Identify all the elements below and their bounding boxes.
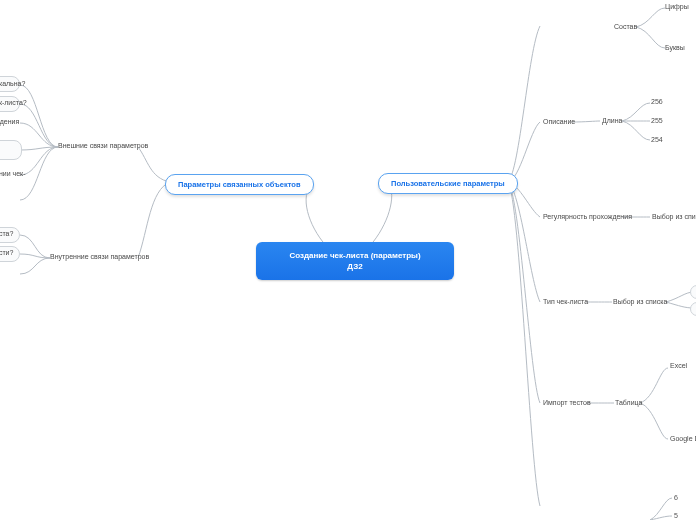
central-node[interactable]: Создание чек-листа (параметры) ДЗ2 xyxy=(256,242,454,280)
node-opisanie[interactable]: Описание xyxy=(543,118,575,125)
leaf-fragment-7: ости? xyxy=(0,249,13,256)
node-254[interactable]: 254 xyxy=(651,136,663,143)
central-title-line1: Создание чек-листа (параметры) xyxy=(270,250,440,261)
node-num-5[interactable]: 5 xyxy=(674,512,678,519)
leaf-fragment-6: иста? xyxy=(0,230,13,237)
node-excel[interactable]: Excel xyxy=(670,362,687,369)
node-user-params[interactable]: Пользовательские параметры xyxy=(378,173,518,194)
central-title-line2: ДЗ2 xyxy=(270,261,440,272)
node-digits[interactable]: Цифры xyxy=(665,3,689,10)
mindmap-canvas: Создание чек-листа (параметры) ДЗ2 Парам… xyxy=(0,0,696,520)
node-google[interactable]: Google D xyxy=(670,435,696,442)
node-internal-links[interactable]: Внутренние связи параметров xyxy=(50,253,149,260)
node-sostav[interactable]: Состав xyxy=(614,23,637,30)
node-tip-cheklista[interactable]: Тип чек-листа xyxy=(543,298,588,305)
node-import-tests[interactable]: Импорт тестов xyxy=(543,399,591,406)
node-256[interactable]: 256 xyxy=(651,98,663,105)
leaf-fragment-3: ждения xyxy=(0,118,19,125)
node-tip-select[interactable]: Выбор из списка xyxy=(613,298,667,305)
node-255[interactable]: 255 xyxy=(651,117,663,124)
leaf-pill-r1 xyxy=(690,285,696,299)
node-regularity-select[interactable]: Выбор из спи xyxy=(652,213,696,220)
leaf-fragment-4: ении чек- xyxy=(0,170,25,177)
leaf-pill-4 xyxy=(0,140,22,160)
node-external-links[interactable]: Внешние связи параметров xyxy=(58,142,148,149)
node-dlina[interactable]: Длина xyxy=(602,117,623,124)
leaf-fragment-1: икальна? xyxy=(0,80,25,87)
node-letters[interactable]: Буквы xyxy=(665,44,685,51)
leaf-pill-r2 xyxy=(690,302,696,316)
node-linked-params[interactable]: Параметры связанных объектов xyxy=(165,174,314,195)
node-regularity[interactable]: Регулярность прохождения xyxy=(543,213,632,220)
node-num-6[interactable]: 6 xyxy=(674,494,678,501)
node-tablitsa[interactable]: Таблица xyxy=(615,399,642,406)
leaf-fragment-2: ек-листа? xyxy=(0,99,27,106)
